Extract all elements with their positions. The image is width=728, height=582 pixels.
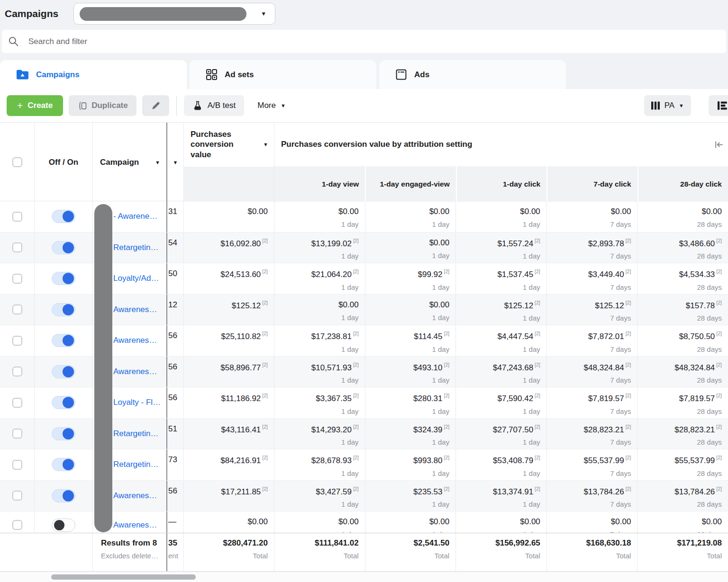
campaign-toggle[interactable] bbox=[52, 303, 75, 316]
attribution-window-label: 28 days bbox=[637, 252, 722, 260]
campaign-name-link[interactable]: Awarenes… bbox=[113, 520, 157, 530]
campaign-toggle[interactable] bbox=[52, 365, 75, 378]
campaign-toggle[interactable] bbox=[52, 241, 75, 254]
campaign-toggle[interactable] bbox=[52, 458, 75, 471]
attribution-value-cell: $3,427.59[2]1 day bbox=[274, 481, 365, 511]
flask-icon bbox=[192, 100, 203, 111]
campaign-name-link[interactable]: Awarenes… bbox=[113, 336, 157, 345]
row-toggle-cell bbox=[34, 233, 92, 263]
tab-strip: Campaigns Ad sets bbox=[0, 60, 728, 89]
row-checkbox[interactable] bbox=[12, 212, 22, 222]
campaign-toggle[interactable] bbox=[52, 272, 75, 285]
columns-preset-button[interactable]: PA ▼ bbox=[644, 95, 691, 116]
attribution-window-label: 7 days bbox=[547, 220, 631, 228]
select-all-cell bbox=[0, 123, 34, 202]
footer-total-1-day-view: $111,841.02 Total bbox=[274, 533, 365, 571]
attribution-value-cell: $0.007 days bbox=[546, 511, 637, 533]
row-checkbox[interactable] bbox=[12, 336, 22, 346]
subcolumn-28-day-click[interactable]: 28-day click bbox=[637, 166, 728, 202]
metric-value: $25,110.82[2] bbox=[184, 331, 268, 341]
column-header-clipped[interactable]: ▼ bbox=[167, 123, 183, 202]
campaign-name-link[interactable]: Retargetin… bbox=[113, 243, 158, 252]
horizontal-scrollbar-thumb[interactable] bbox=[51, 574, 196, 580]
breakdown-button[interactable] bbox=[709, 95, 728, 116]
attribution-value-cell: $0.001 day bbox=[455, 511, 546, 533]
row-checkbox[interactable] bbox=[12, 460, 22, 470]
attribution-window-label: 28 days bbox=[637, 407, 722, 415]
row-toggle-cell bbox=[34, 357, 92, 387]
create-button[interactable]: + Create bbox=[7, 95, 63, 116]
footer-clipped-cell: 35 ent bbox=[167, 533, 183, 571]
campaign-name-link[interactable]: Loyalty/Ad… bbox=[113, 274, 159, 283]
row-checkbox[interactable] bbox=[12, 429, 22, 439]
campaign-name-link[interactable]: Retargetin… bbox=[113, 429, 158, 439]
campaign-name-link[interactable]: Retargetin… bbox=[113, 460, 158, 469]
search-bar[interactable]: Search and filter bbox=[2, 30, 726, 53]
metric-value: $0.00 bbox=[637, 207, 722, 216]
attribution-value-cell: $235.53[2]1 day bbox=[365, 481, 456, 511]
tab-ad-sets[interactable]: Ad sets bbox=[190, 60, 376, 89]
footnote-marker: [2] bbox=[535, 300, 540, 305]
clipped-column-cell: 54 bbox=[167, 233, 183, 263]
campaign-toggle[interactable] bbox=[52, 210, 75, 223]
campaign-header-label: Campaign bbox=[100, 158, 139, 167]
tab-campaigns[interactable]: Campaigns bbox=[0, 60, 187, 89]
select-all-checkbox[interactable] bbox=[12, 157, 22, 167]
column-header-campaign[interactable]: Campaign ▼ bbox=[92, 123, 167, 202]
campaign-name-link[interactable]: Awarenes… bbox=[113, 305, 157, 314]
search-icon bbox=[8, 36, 19, 47]
horizontal-scrollbar-track[interactable] bbox=[0, 572, 728, 582]
campaign-name-link[interactable]: Awarenes… bbox=[113, 491, 157, 501]
campaign-toggle[interactable] bbox=[52, 396, 75, 409]
duplicate-button[interactable]: Duplicate bbox=[69, 95, 136, 116]
campaign-toggle[interactable] bbox=[52, 489, 75, 502]
row-checkbox[interactable] bbox=[12, 304, 22, 314]
campaign-name-link[interactable]: - Awarene… bbox=[113, 212, 157, 221]
row-checkbox[interactable] bbox=[12, 274, 22, 284]
footnote-marker: [2] bbox=[535, 331, 540, 336]
footer-clipped-bottom: ent bbox=[168, 552, 183, 560]
row-checkbox[interactable] bbox=[12, 398, 22, 408]
campaign-name-link[interactable]: Loyalty - Fl… bbox=[113, 398, 161, 407]
column-header-purchases[interactable]: Purchases conversion value ▼ bbox=[183, 123, 274, 202]
subcolumn-1-day-engaged-view[interactable]: 1-day engaged-view bbox=[365, 166, 455, 202]
row-checkbox[interactable] bbox=[12, 520, 22, 530]
purchases-value-cell: $25,110.82[2] bbox=[183, 325, 274, 356]
sort-caret-icon: ▼ bbox=[263, 142, 268, 147]
more-button[interactable]: More ▼ bbox=[257, 101, 286, 110]
collapse-columns-icon[interactable] bbox=[714, 140, 724, 150]
attribution-window-label: 1 day bbox=[456, 438, 540, 446]
total-value: $168,630.18 bbox=[547, 538, 631, 548]
metric-value: $0.00 bbox=[547, 517, 631, 527]
metric-value: $0.00 bbox=[274, 207, 359, 216]
purchases-value-cell: $125.12[2] bbox=[183, 295, 274, 325]
campaign-toggle[interactable] bbox=[52, 334, 75, 347]
attribution-value-cell: $28,823.21[2]28 days bbox=[637, 419, 728, 449]
tab-ads[interactable]: Ads bbox=[379, 60, 566, 89]
ab-test-button[interactable]: A/B test bbox=[184, 95, 245, 116]
metric-value: $125.12[2] bbox=[547, 300, 631, 311]
metric-value: $48,324.84[2] bbox=[637, 362, 722, 373]
attribution-value-cell: $0.001 day bbox=[274, 201, 365, 232]
clipped-column-cell: 50 bbox=[167, 263, 183, 294]
clipped-column-cell: 73 bbox=[167, 449, 183, 480]
attribution-window-label: 7 days bbox=[547, 376, 631, 384]
metric-value: $493.10[2] bbox=[365, 362, 450, 373]
campaign-toggle[interactable] bbox=[52, 427, 75, 440]
subcolumn-1-day-view[interactable]: 1-day view bbox=[274, 166, 365, 202]
attribution-value-cell: $993.80[2]1 day bbox=[365, 449, 456, 480]
metric-value: $993.80[2] bbox=[365, 455, 450, 466]
campaign-toggle[interactable] bbox=[52, 519, 75, 532]
account-dropdown[interactable]: ▼ bbox=[73, 3, 275, 25]
purchases-value-cell: $0.00 bbox=[183, 201, 274, 232]
attribution-value-cell: $3,449.40[2]7 days bbox=[546, 263, 637, 294]
subcolumn-7-day-click[interactable]: 7-day click bbox=[546, 166, 637, 202]
subcolumn-1-day-click[interactable]: 1-day click bbox=[456, 166, 546, 202]
row-checkbox[interactable] bbox=[12, 242, 22, 252]
campaign-name-link[interactable]: Awarenes… bbox=[113, 367, 157, 376]
metric-value: $0.00 bbox=[547, 207, 631, 216]
edit-button[interactable] bbox=[142, 95, 169, 116]
attribution-group-header: Purchases conversion value by attributio… bbox=[274, 123, 728, 202]
row-checkbox[interactable] bbox=[12, 367, 22, 376]
row-checkbox[interactable] bbox=[12, 491, 22, 501]
